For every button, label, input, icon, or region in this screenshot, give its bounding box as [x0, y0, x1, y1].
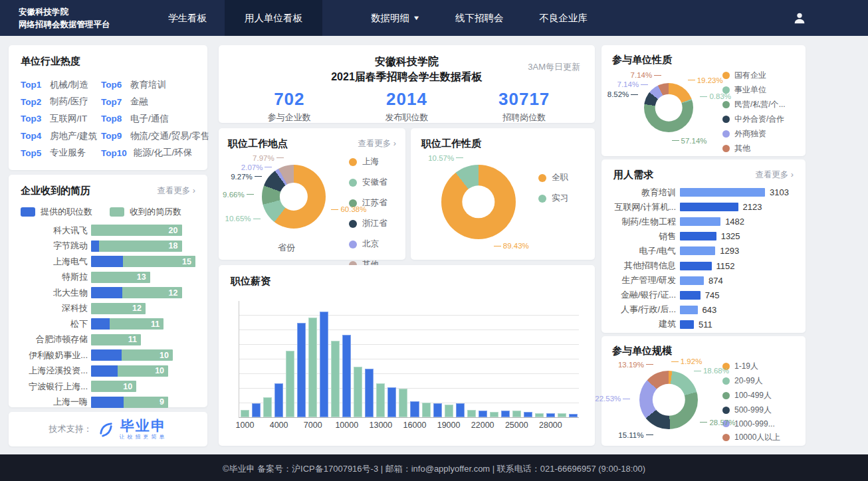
- nav-item-student-board[interactable]: 学生看板: [150, 0, 225, 36]
- job-location-card: 职位工作地点 查看更多 › 7.97%2.07%9.27%9.66%10.65%…: [219, 128, 405, 260]
- job-location-more-link[interactable]: 查看更多 ›: [358, 138, 396, 149]
- legend-item[interactable]: 20-99人: [722, 375, 780, 387]
- x-axis-tick-label: 28000: [539, 421, 562, 430]
- jobs-bar-segment: [91, 256, 123, 267]
- demand-more-link[interactable]: 查看更多 ›: [755, 169, 794, 181]
- legend-dot: [722, 116, 730, 123]
- histogram-slot: [524, 301, 532, 417]
- histogram-bar: [399, 389, 407, 417]
- legend-item[interactable]: 中外合资/合作: [722, 114, 786, 125]
- company-resumes-title: 企业收到的简历: [21, 185, 90, 197]
- pie-value-label: 7.97%: [253, 154, 284, 162]
- label-leader-line: [700, 96, 707, 97]
- legend-item[interactable]: 500-999人: [722, 405, 780, 416]
- demand-value: 745: [705, 290, 720, 300]
- resumes-legend: 提供的职位数收到的简历数: [21, 206, 195, 218]
- demand-bar-row: 金融/银行/证...745: [613, 290, 794, 300]
- pie-value-label: 22.53%: [595, 395, 630, 403]
- demand-bar-row: 其他招聘信息1152: [613, 261, 794, 271]
- pie-value-label: 13.19%: [618, 361, 653, 369]
- resumes-bar-segment: 20: [91, 225, 182, 236]
- org-size-title: 参与单位规模: [612, 345, 672, 357]
- legend-item[interactable]: 民营/私营/个...: [722, 99, 786, 110]
- biyeshen-brand: 毕业申 让校招更简单: [120, 419, 167, 440]
- histogram-slot: 4000: [274, 301, 283, 417]
- histogram-slot: [331, 301, 340, 417]
- salary-title: 职位薪资: [231, 275, 271, 288]
- pie-percent-text: 57.14%: [681, 137, 707, 145]
- histogram-bar: [297, 323, 306, 417]
- industry-item: Top10能源/化工/环保: [101, 144, 195, 161]
- app-logo: 安徽科技学院 网络招聘会数据管理平台: [0, 0, 150, 36]
- demand-value: 643: [703, 305, 717, 315]
- label-leader-line: [631, 94, 638, 95]
- histogram-bar: [263, 397, 272, 417]
- company-label: 字节跳动: [21, 240, 91, 252]
- nav-item-employer-board[interactable]: 用人单位看板: [225, 0, 322, 36]
- histogram-slot: 16000: [410, 301, 419, 417]
- legend-item[interactable]: 北京: [349, 239, 387, 250]
- pie-row: 职位工作地点 查看更多 › 7.97%2.07%9.27%9.66%10.65%…: [219, 128, 595, 260]
- summary-card: 安徽科技学院 2021届春季招聘会学生数据看板 3AM每日更新 702 参与企业…: [219, 45, 595, 123]
- nav-item-data-detail[interactable]: 数据明细 ▼: [353, 0, 437, 36]
- legend-item[interactable]: 100-499人: [722, 390, 780, 401]
- legend-item[interactable]: 10000人以上: [722, 432, 780, 443]
- nav-item-offline-fair[interactable]: 线下招聘会: [437, 0, 522, 36]
- legend-item[interactable]: 收到的简历数: [110, 206, 181, 218]
- industry-label: 金融: [130, 96, 148, 108]
- company-label: 深科技: [21, 302, 91, 314]
- label-leader-line: [654, 75, 661, 76]
- org-type-donut-wrap: 7.14%7.14%8.52%19.23%0.83%57.14%: [612, 68, 721, 147]
- industry-rank: Top4: [21, 131, 43, 141]
- industry-rank: Top1: [21, 80, 43, 90]
- legend-item[interactable]: 其他: [722, 143, 786, 154]
- job-location-axis-label: 省份: [228, 242, 345, 254]
- industry-item: Top3互联网/IT: [21, 110, 101, 128]
- bar-track: 12: [91, 287, 195, 298]
- legend-item[interactable]: 外商独资: [722, 128, 786, 140]
- company-label: 上海一嗨: [21, 396, 91, 408]
- pie-percent-text: 18.68%: [703, 367, 729, 375]
- legend-label: 1000-999...: [734, 419, 775, 429]
- histogram-bar: [252, 403, 261, 417]
- nav-item-bad-companies[interactable]: 不良企业库: [521, 0, 605, 36]
- legend-item[interactable]: 提供的职位数: [21, 206, 92, 218]
- legend-item[interactable]: 实习: [538, 193, 568, 204]
- resumes-bar-segment: 11: [110, 318, 163, 330]
- company-label: 松下: [21, 318, 91, 330]
- resumes-rows: 科大讯飞20字节跳动18上海电气15特斯拉13北大生物12深科技12松下11合肥…: [21, 225, 195, 408]
- legend-item[interactable]: 安徽省: [349, 177, 387, 188]
- legend-item[interactable]: 1-19人: [722, 361, 780, 372]
- tech-support-card: 技术支持： 毕业申 让校招更简单: [9, 412, 207, 446]
- label-leader-line: [688, 80, 695, 80]
- jobs-bar-segment: [91, 287, 122, 298]
- demand-bar: [680, 203, 738, 211]
- legend-item[interactable]: 国有企业: [722, 70, 786, 81]
- legend-item[interactable]: 上海: [349, 156, 387, 167]
- legend-dot: [538, 195, 546, 203]
- histogram-slot: [387, 301, 396, 417]
- x-axis-tick-label: 7000: [304, 421, 322, 430]
- histogram-slot: [320, 301, 328, 417]
- stacked-bar: 10: [91, 349, 173, 361]
- label-leader-line: [247, 194, 254, 195]
- legend-item[interactable]: 事业单位: [722, 84, 786, 96]
- histogram-slot: [558, 301, 566, 417]
- stacked-bar: 20: [91, 225, 182, 236]
- company-label: 北大生物: [21, 287, 91, 299]
- resumes-more-link[interactable]: 查看更多 ›: [157, 185, 195, 197]
- legend-label: 500-999人: [734, 405, 772, 416]
- jobs-bar-segment: [91, 397, 124, 408]
- demand-category-label: 人事/行政/后...: [613, 304, 680, 316]
- legend-label: 外商独资: [734, 128, 766, 140]
- legend-item[interactable]: 浙江省: [349, 218, 387, 229]
- bar-track: 13: [91, 272, 195, 283]
- user-avatar-icon[interactable]: [792, 0, 807, 36]
- legend-dot: [722, 434, 730, 441]
- legend-item[interactable]: 全职: [538, 172, 568, 183]
- resumes-bar-segment: 12: [122, 287, 182, 298]
- x-axis-tick-label: 4000: [270, 421, 288, 430]
- legend-swatch: [21, 207, 35, 217]
- org-type-donut: [644, 83, 693, 132]
- nav-item-label: 数据明细: [371, 12, 409, 25]
